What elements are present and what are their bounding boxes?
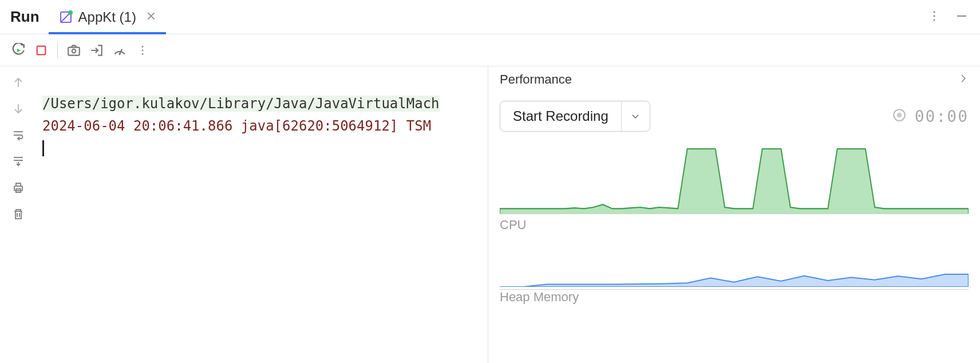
- soft-wrap-icon[interactable]: [11, 128, 25, 144]
- close-icon[interactable]: [147, 10, 156, 23]
- scroll-to-end-icon[interactable]: [11, 155, 25, 171]
- heap-chart[interactable]: [500, 255, 969, 290]
- panel-title: Run: [5, 8, 49, 26]
- print-icon[interactable]: [11, 181, 25, 197]
- svg-point-11: [142, 49, 144, 51]
- svg-point-8: [72, 49, 76, 53]
- recording-timer: 00:00: [892, 107, 969, 126]
- svg-point-1: [68, 10, 73, 15]
- svg-point-3: [933, 15, 935, 17]
- stop-button[interactable]: [30, 39, 53, 62]
- svg-rect-7: [68, 47, 80, 55]
- left-gutter: [0, 66, 37, 363]
- svg-point-2: [933, 11, 935, 13]
- svg-rect-6: [37, 46, 46, 54]
- main: /Users/igor.kulakov/Library/Java/JavaVir…: [0, 66, 980, 363]
- arrow-up-icon[interactable]: [11, 76, 25, 92]
- svg-point-12: [142, 53, 144, 54]
- more-vertical-icon[interactable]: [927, 9, 941, 25]
- divider: [57, 42, 58, 58]
- record-icon: [892, 108, 907, 125]
- performance-panel: Performance Start Recording 00:00: [488, 66, 980, 363]
- kotlin-file-icon: [59, 10, 73, 24]
- toolbar: [0, 34, 980, 66]
- performance-header: Performance: [488, 66, 980, 90]
- tab-label: AppKt (1): [78, 9, 136, 25]
- cpu-chart[interactable]: [500, 145, 969, 214]
- console-line: 2024-06-04 20:06:41.866 java[62620:50649…: [42, 118, 431, 134]
- svg-rect-5: [957, 15, 966, 17]
- minimize-icon[interactable]: [955, 9, 969, 25]
- gauge-icon[interactable]: [108, 39, 131, 62]
- cpu-label: CPU: [500, 218, 969, 232]
- text-cursor: [42, 140, 44, 156]
- trash-icon[interactable]: [11, 207, 25, 223]
- heap-label: Heap Memory: [500, 290, 969, 305]
- svg-point-4: [933, 19, 935, 21]
- svg-point-9: [118, 53, 120, 54]
- svg-point-10: [142, 46, 144, 48]
- console-output[interactable]: /Users/igor.kulakov/Library/Java/JavaVir…: [37, 66, 488, 363]
- more-icon[interactable]: [131, 39, 154, 62]
- chevron-right-icon[interactable]: [958, 73, 969, 86]
- tab-appkt[interactable]: AppKt (1): [49, 0, 166, 34]
- console-line: /Users/igor.kulakov/Library/Java/JavaVir…: [42, 96, 440, 112]
- start-recording-label: Start Recording: [500, 108, 621, 124]
- start-recording-button[interactable]: Start Recording: [500, 101, 650, 132]
- tabbar: Run AppKt (1): [0, 0, 980, 34]
- chevron-down-icon[interactable]: [621, 101, 650, 131]
- rerun-button[interactable]: [7, 39, 30, 62]
- performance-title: Performance: [500, 72, 572, 87]
- exit-icon[interactable]: [85, 39, 108, 62]
- arrow-down-icon[interactable]: [11, 102, 25, 118]
- svg-point-17: [896, 113, 902, 118]
- timer-text: 00:00: [915, 107, 969, 126]
- screenshot-icon[interactable]: [62, 39, 85, 62]
- svg-rect-14: [16, 183, 21, 186]
